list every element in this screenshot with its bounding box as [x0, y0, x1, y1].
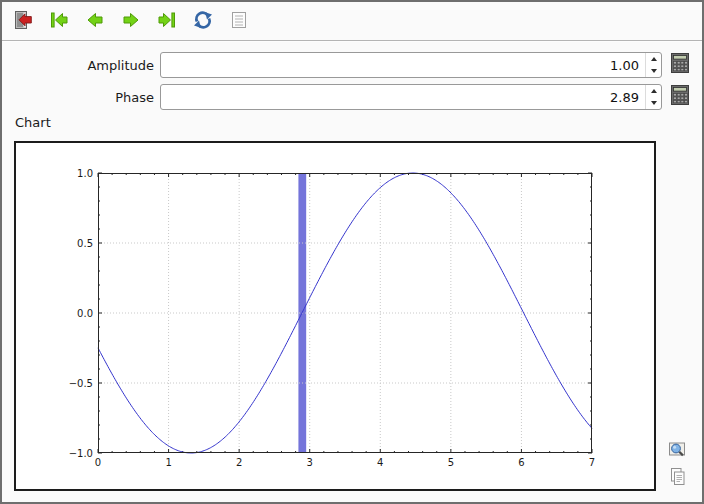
amplitude-label: Amplitude — [2, 58, 154, 74]
app-window: Amplitude Phase — [0, 0, 704, 504]
svg-text:1: 1 — [165, 457, 171, 468]
go-first-icon — [47, 8, 71, 35]
svg-text:3: 3 — [307, 457, 313, 468]
svg-text:0.5: 0.5 — [77, 238, 93, 249]
document-lines-icon — [227, 8, 251, 35]
svg-text:6: 6 — [518, 457, 524, 468]
amplitude-spin-buttons — [645, 53, 661, 77]
go-back-button[interactable] — [82, 8, 108, 34]
go-next-icon — [119, 8, 143, 35]
refresh-button[interactable] — [190, 8, 216, 34]
svg-text:7: 7 — [589, 457, 595, 468]
phase-label: Phase — [2, 90, 154, 106]
arrow-up-icon — [651, 57, 657, 61]
svg-text:5: 5 — [448, 457, 454, 468]
document-button[interactable] — [226, 8, 252, 34]
quit-button[interactable] — [10, 8, 36, 34]
svg-text:4: 4 — [377, 457, 383, 468]
toolbar — [10, 8, 252, 34]
calculator-icon — [671, 53, 689, 76]
amplitude-spin-down[interactable] — [646, 65, 661, 77]
go-last-button[interactable] — [154, 8, 180, 34]
go-forward-button[interactable] — [118, 8, 144, 34]
zoom-chart-button[interactable] — [665, 438, 689, 462]
phase-spin-down[interactable] — [646, 97, 661, 109]
amplitude-calculator-button[interactable] — [667, 52, 692, 77]
amplitude-spin-up[interactable] — [646, 53, 661, 65]
refresh-icon — [191, 8, 215, 35]
phase-spin-up[interactable] — [646, 85, 661, 97]
svg-text:−0.5: −0.5 — [69, 378, 93, 389]
chart-frame: 012345671.00.50.0−0.5−1.0 — [14, 141, 656, 491]
chart-section-title: Chart — [15, 115, 51, 130]
chart-plot: 012345671.00.50.0−0.5−1.0 — [98, 173, 592, 453]
phase-calculator-button[interactable] — [667, 84, 692, 109]
phase-spin-buttons — [645, 85, 661, 109]
svg-text:−1.0: −1.0 — [69, 448, 93, 459]
arrow-up-icon — [651, 89, 657, 93]
amplitude-input[interactable] — [161, 53, 645, 77]
svg-text:0: 0 — [95, 457, 101, 468]
amplitude-spinbox — [160, 52, 662, 78]
calculator-icon — [671, 85, 689, 108]
svg-text:2: 2 — [236, 457, 242, 468]
copy-chart-button[interactable] — [665, 465, 689, 489]
svg-text:0.0: 0.0 — [77, 308, 93, 319]
svg-text:1.0: 1.0 — [77, 168, 93, 179]
go-first-button[interactable] — [46, 8, 72, 34]
go-last-icon — [155, 8, 179, 35]
phase-input[interactable] — [161, 85, 645, 109]
copy-icon — [667, 466, 687, 489]
go-previous-icon — [83, 8, 107, 35]
toolbar-separator — [2, 40, 702, 41]
phase-spinbox — [160, 84, 662, 110]
arrow-down-icon — [651, 69, 657, 73]
quit-icon — [11, 8, 35, 35]
zoom-image-icon — [667, 439, 687, 462]
arrow-down-icon — [651, 101, 657, 105]
